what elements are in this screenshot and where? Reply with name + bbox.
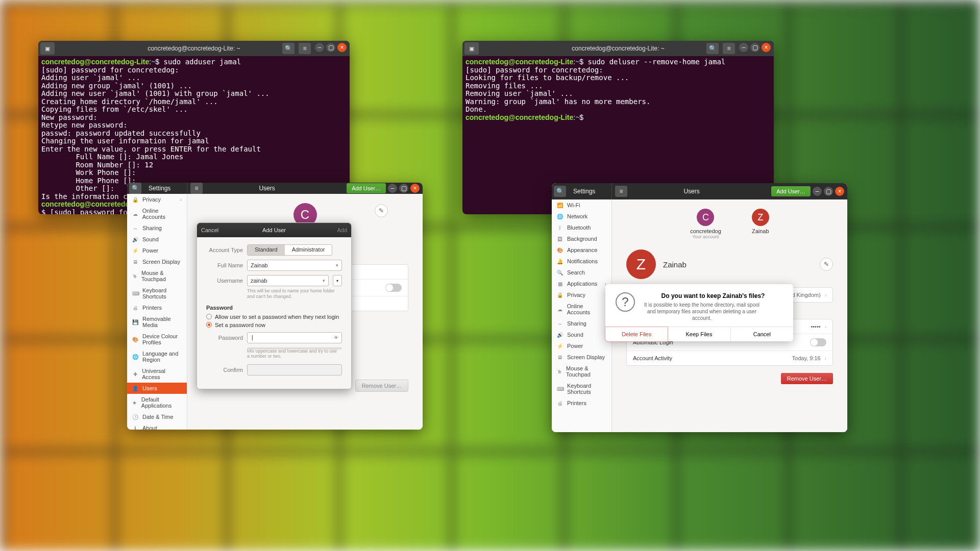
remove-user-button[interactable]: Remove User… [781, 373, 833, 384]
confirm-message: It is possible to keep the home director… [643, 302, 761, 321]
sidebar-item-online-accounts[interactable]: ☁Online Accounts [127, 205, 187, 222]
sidebar-item-users[interactable]: 👤Users [127, 383, 187, 394]
confirm-input[interactable] [247, 364, 342, 375]
sidebar-item-printers[interactable]: 🖨Printers [127, 302, 187, 313]
username-label: Username [206, 278, 243, 284]
sidebar-item-language-and-region[interactable]: 🌐Language and Region [127, 348, 187, 365]
edit-avatar-button[interactable]: ✎ [375, 204, 388, 217]
close-button[interactable]: × [410, 184, 420, 193]
account-type-segmented[interactable]: Standard Administrator [247, 244, 332, 256]
edit-avatar-button[interactable]: ✎ [820, 258, 833, 271]
sidebar-item-screen-display[interactable]: 🖥Screen Display [127, 256, 187, 267]
cancel-button[interactable]: Cancel [731, 327, 793, 341]
sidebar-item-appearance[interactable]: 🎨Appearance [552, 244, 611, 256]
username-suggest-button[interactable]: ▾ [333, 275, 342, 286]
sidebar-item-power[interactable]: ⚡Power [127, 245, 187, 256]
password-hint: Mix uppercase and lowercase and try to u… [247, 348, 339, 360]
sidebar-item-removable-media[interactable]: 💾Removable Media [127, 313, 187, 331]
minimize-button[interactable]: – [813, 187, 822, 196]
maximize-button[interactable]: ▢ [824, 187, 833, 196]
minimize-button[interactable]: – [739, 43, 748, 52]
add-user-button[interactable]: Add User… [347, 183, 386, 193]
sidebar-item-power[interactable]: ⚡Power [552, 340, 611, 352]
close-button[interactable]: × [337, 43, 347, 52]
sidebar-item-keyboard-shortcuts[interactable]: ⌨Keyboard Shortcuts [552, 380, 611, 397]
sidebar-item-sound[interactable]: 🔊Sound [552, 329, 611, 340]
sidebar-item-universal-access[interactable]: ✚Universal Access [127, 365, 187, 383]
settings-header[interactable]: 🔍 Settings ≡ Users Add User… – ▢ × [127, 183, 423, 194]
close-button[interactable]: × [762, 43, 771, 52]
password-now-radio[interactable]: Set a password now [206, 322, 342, 328]
user-card-concretedog[interactable]: C concretedog Your account [690, 209, 721, 239]
close-button[interactable]: × [835, 187, 844, 196]
delete-files-button[interactable]: Delete Files [605, 327, 668, 342]
account-type-label: Account Type [206, 247, 243, 253]
page-title: Users [259, 185, 275, 192]
add-button[interactable]: Add [337, 227, 347, 233]
sidebar-item-sharing[interactable]: ↔Sharing [127, 222, 187, 234]
add-user-button[interactable]: Add User… [771, 186, 811, 196]
sidebar-item-applications[interactable]: ▦Applications› [552, 278, 611, 289]
sidebar-item-search[interactable]: 🔍Search [552, 267, 611, 278]
confirm-title: Do you want to keep Zainab's files? [643, 292, 783, 299]
sidebar-item-date-time[interactable]: 🕒Date & Time [127, 411, 187, 422]
terminal-titlebar[interactable]: ▣ concretedog@concretedog-Lite: ~ 🔍 ≡ – … [462, 41, 774, 56]
menu-icon[interactable]: ≡ [723, 43, 735, 54]
sidebar-item-network[interactable]: 🌐Network [552, 211, 611, 222]
hamburger-icon[interactable]: ≡ [615, 186, 627, 197]
settings-header[interactable]: 🔍 Settings ≡ Users Add User… – ▢ × [552, 183, 847, 199]
auto-login-toggle[interactable] [385, 284, 402, 292]
sidebar-item-sound[interactable]: 🔊Sound [127, 234, 187, 245]
sidebar-item-privacy[interactable]: 🔒Privacy› [552, 289, 611, 300]
sidebar-item-device-colour-profiles[interactable]: 🎨Device Colour Profiles [127, 331, 187, 348]
dialog-header[interactable]: Cancel Add User Add [197, 223, 351, 237]
sidebar-item-wi-fi[interactable]: 📶Wi-Fi [552, 199, 611, 211]
username-input[interactable]: zainab▾ [247, 275, 329, 286]
terminal-output[interactable]: concretedog@concretedog-Lite:~$ sudo del… [462, 56, 774, 123]
search-icon[interactable]: 🔍 [129, 183, 141, 194]
search-icon[interactable]: 🔍 [706, 43, 719, 54]
menu-icon[interactable]: ≡ [299, 43, 311, 54]
activity-row[interactable]: Account Activity Today, 9:16 › [627, 351, 832, 365]
password-later-radio[interactable]: Allow user to set a password when they n… [206, 314, 342, 320]
minimize-button[interactable]: – [315, 43, 324, 52]
cancel-button[interactable]: Cancel [201, 227, 218, 233]
sidebar-item-printers[interactable]: 🖨Printers [552, 397, 611, 409]
sidebar-item-background[interactable]: 🖼Background [552, 233, 611, 244]
sidebar-item-mouse-touchpad[interactable]: 🖱Mouse & Touchpad [127, 267, 187, 285]
settings-sidebar: 🔒Privacy›☁Online Accounts↔Sharing🔊Sound⚡… [127, 194, 187, 430]
password-input[interactable]: |👁 [247, 332, 342, 343]
search-icon[interactable]: 🔍 [554, 186, 566, 197]
maximize-button[interactable]: ▢ [326, 43, 335, 52]
sidebar-item-privacy[interactable]: 🔒Privacy› [127, 194, 187, 205]
sidebar-item-default-applications[interactable]: ★Default Applications [127, 394, 187, 411]
remove-user-button[interactable]: Remove User… [355, 380, 408, 392]
terminal-app-icon: ▣ [464, 42, 479, 55]
minimize-button[interactable]: – [388, 184, 397, 193]
sidebar-item-notifications[interactable]: 🔔Notifications [552, 256, 611, 267]
hamburger-icon[interactable]: ≡ [190, 183, 203, 194]
sidebar-item-about[interactable]: ℹAbout [127, 422, 187, 430]
sidebar-item-mouse-touchpad[interactable]: 🖱Mouse & Touchpad [552, 363, 611, 380]
settings-label: Settings [573, 188, 595, 195]
user-card-zainab[interactable]: Z Zainab [752, 209, 769, 239]
terminal-title: concretedog@concretedog-Lite: ~ [148, 45, 240, 52]
keep-files-button[interactable]: Keep Files [668, 327, 730, 341]
maximize-button[interactable]: ▢ [399, 184, 408, 193]
sidebar-item-online-accounts[interactable]: ☁Online Accounts [552, 300, 611, 318]
fullname-input[interactable]: Zainab▾ [247, 260, 342, 271]
search-icon[interactable]: 🔍 [282, 43, 295, 54]
reveal-password-icon[interactable]: 👁 [334, 335, 338, 340]
sidebar-item-bluetooth[interactable]: ᛒBluetooth [552, 222, 611, 233]
sidebar-item-sharing[interactable]: ↔Sharing [552, 318, 611, 329]
sidebar-item-keyboard-shortcuts[interactable]: ⌨Keyboard Shortcuts [127, 285, 187, 302]
administrator-option[interactable]: Administrator [285, 245, 332, 255]
selected-user-name: Zainab [663, 260, 687, 269]
avatar: C [697, 209, 714, 226]
auto-login-toggle[interactable] [810, 338, 826, 346]
maximize-button[interactable]: ▢ [750, 43, 760, 52]
sidebar-item-screen-display[interactable]: 🖥Screen Display [552, 352, 611, 363]
standard-option[interactable]: Standard [248, 245, 285, 255]
terminal-titlebar[interactable]: ▣ concretedog@concretedog-Lite: ~ 🔍 ≡ – … [38, 41, 350, 56]
dialog-title: Add User [262, 227, 286, 233]
